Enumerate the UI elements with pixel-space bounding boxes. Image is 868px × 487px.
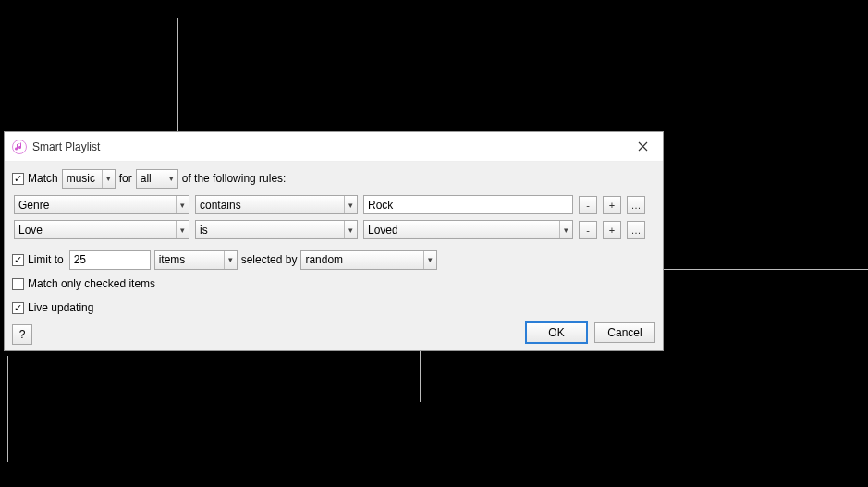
- rule-operator-value: is: [200, 224, 338, 237]
- rule-remove-button[interactable]: -: [579, 196, 597, 214]
- match-for-label: for: [119, 172, 132, 185]
- rule-field-value: Love: [18, 224, 170, 237]
- chevron-down-icon: ▾: [176, 221, 185, 238]
- match-tail-label: of the following rules:: [182, 172, 287, 185]
- chevron-down-icon: ▾: [559, 221, 568, 238]
- chevron-down-icon: ▾: [224, 251, 233, 269]
- rule-add-button[interactable]: +: [603, 221, 621, 239]
- chevron-down-icon: ▾: [344, 221, 353, 238]
- rule-operator-select[interactable]: is ▾: [195, 220, 358, 239]
- ok-button[interactable]: OK: [526, 322, 587, 343]
- window-title: Smart Playlist: [32, 140, 630, 153]
- cancel-button[interactable]: Cancel: [594, 322, 655, 343]
- match-media-value: music: [67, 172, 96, 185]
- callout-line-left: [7, 356, 8, 462]
- limit-checkbox[interactable]: [12, 254, 24, 266]
- rule-field-select[interactable]: Genre ▾: [14, 195, 189, 214]
- titlebar: Smart Playlist: [5, 132, 663, 162]
- limit-method-select[interactable]: random ▾: [300, 250, 437, 270]
- limit-method-value: random: [305, 253, 418, 266]
- limit-unit-value: items: [159, 253, 218, 266]
- chevron-down-icon: ▾: [176, 196, 185, 213]
- match-media-select[interactable]: music ▾: [62, 169, 116, 189]
- match-checked-label: Match only checked items: [28, 277, 155, 290]
- chevron-down-icon: ▾: [423, 251, 433, 269]
- limit-row: Limit to 25 items ▾ selected by random ▾: [12, 249, 655, 271]
- rules-area: Genre ▾ contains ▾ Rock - + … Love ▾: [12, 191, 655, 249]
- match-row: Match music ▾ for all ▾ of the following…: [12, 167, 655, 189]
- match-checkbox[interactable]: [12, 173, 24, 185]
- close-icon: [638, 141, 648, 152]
- itunes-icon: [12, 140, 27, 154]
- limit-unit-select[interactable]: items ▾: [154, 250, 238, 270]
- rule-nest-button[interactable]: …: [627, 221, 645, 239]
- limit-count-value: 25: [74, 253, 86, 266]
- rule-nest-button[interactable]: …: [627, 196, 645, 214]
- rule-operator-select[interactable]: contains ▾: [195, 195, 358, 214]
- rule-add-button[interactable]: +: [603, 196, 621, 214]
- button-bar: OK Cancel: [526, 322, 655, 350]
- rule-row: Genre ▾ contains ▾ Rock - + …: [14, 195, 654, 214]
- rule-field-select[interactable]: Love ▾: [14, 220, 189, 239]
- chevron-down-icon: ▾: [102, 170, 111, 188]
- chevron-down-icon: ▾: [344, 196, 353, 213]
- match-scope-value: all: [141, 172, 159, 185]
- cancel-button-label: Cancel: [607, 326, 642, 339]
- rule-value-text: Rock: [368, 199, 393, 212]
- limit-selectedby-label: selected by: [241, 253, 298, 266]
- smart-playlist-dialog: Smart Playlist Match music ▾ for all ▾ o…: [4, 131, 664, 351]
- match-scope-select[interactable]: all ▾: [136, 169, 178, 189]
- match-checked-row: Match only checked items: [12, 273, 655, 295]
- live-updating-checkbox[interactable]: [12, 302, 24, 314]
- dialog-content: Match music ▾ for all ▾ of the following…: [5, 162, 663, 350]
- rule-field-value: Genre: [18, 199, 170, 212]
- close-button[interactable]: [630, 134, 655, 160]
- rule-value-select[interactable]: Loved ▾: [363, 220, 573, 239]
- chevron-down-icon: ▾: [165, 170, 174, 188]
- live-updating-label: Live updating: [28, 301, 93, 314]
- help-icon: ?: [19, 328, 26, 341]
- rule-value-text: Loved: [368, 224, 554, 237]
- rule-row: Love ▾ is ▾ Loved ▾ - + …: [14, 220, 654, 239]
- match-checked-checkbox[interactable]: [12, 278, 24, 290]
- limit-label: Limit to: [28, 253, 64, 266]
- rule-value-input[interactable]: Rock: [363, 195, 573, 214]
- match-label: Match: [28, 172, 58, 185]
- live-updating-row: Live updating: [12, 297, 655, 319]
- rule-operator-value: contains: [200, 199, 338, 212]
- limit-count-input[interactable]: 25: [69, 250, 151, 270]
- ok-button-label: OK: [548, 326, 564, 339]
- rule-remove-button[interactable]: -: [579, 221, 597, 239]
- help-button[interactable]: ?: [12, 324, 32, 345]
